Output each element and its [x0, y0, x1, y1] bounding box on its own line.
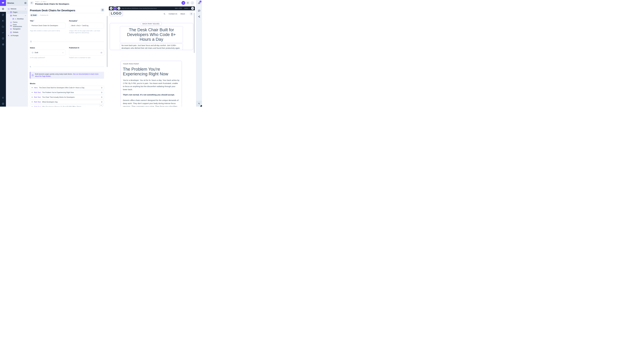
rabbit-logo-icon [1, 1, 5, 5]
drag-handle-icon[interactable] [31, 87, 33, 88]
breadcrumb-version[interactable]: Main [43, 1, 46, 2]
block-row-richtext-2[interactable]: Rich Text: The Chair That Actually Works… [30, 95, 104, 99]
user-avatar-button[interactable] [0, 101, 6, 107]
status-select-value: Draft [35, 52, 38, 53]
title-input[interactable]: Premium Desk Chairs for Developers [30, 23, 66, 28]
permalink-input[interactable]: /desk-chair-landing [69, 23, 104, 28]
check-icon [192, 2, 194, 4]
sidebar-item-website[interactable]: Website [7, 7, 27, 10]
sidebar-item-label: Globals [13, 31, 18, 33]
save-button[interactable] [190, 1, 194, 5]
kanban-icon [12, 18, 14, 20]
delete-block-icon[interactable] [101, 101, 103, 103]
site-logo[interactable]: LOGO [110, 11, 123, 16]
comment-bubble-icon [198, 9, 200, 12]
edit-mode-button[interactable] [114, 7, 116, 10]
back-button[interactable] [30, 1, 34, 5]
site-link-about[interactable]: About ⌄ [180, 13, 186, 15]
drag-handle-icon[interactable] [31, 92, 33, 93]
header-actions [182, 1, 194, 5]
sidebar-item-workflow[interactable]: 1. Workflow [7, 17, 27, 20]
sidebar-item-form-submissions[interactable]: Form Submissions [7, 24, 27, 27]
module-users[interactable] [0, 18, 6, 24]
trash-icon [187, 2, 189, 4]
status-chip[interactable]: Draft [30, 14, 38, 16]
block-row-richtext-1[interactable]: Rich Text: The Problem You're Experienci… [30, 90, 104, 94]
sidebar-item-navigation[interactable]: Navigation [7, 27, 27, 31]
sparkles-icon [8, 35, 10, 37]
published-meta-label: Published At: [40, 14, 48, 16]
help-button[interactable] [100, 8, 104, 12]
notifications-tab[interactable]: 1 [196, 0, 202, 6]
sidebar-item-label: Pages [13, 11, 18, 13]
sidebar-item-forms[interactable]: Forms [7, 20, 27, 24]
scroll-down-indicator[interactable] [100, 104, 103, 107]
divider-line [33, 41, 104, 42]
refresh-preview-button[interactable] [118, 7, 120, 10]
delete-item-button[interactable] [186, 1, 190, 5]
form-scrollbar[interactable] [107, 16, 108, 67]
sidebar-item-label: Posts [13, 15, 17, 16]
live-preview-button[interactable] [182, 1, 185, 5]
block-title: Why Developers Choose Us Over $2,000 Off… [42, 106, 82, 107]
block-row-richtext-3[interactable]: Rich Text: What Developers Say [30, 100, 104, 104]
published-at-input[interactable] [69, 50, 104, 55]
ai-sparkles-icon [198, 103, 200, 105]
notifications-bell-button[interactable] [0, 95, 6, 101]
eye-icon [182, 2, 184, 4]
insights-icon [2, 31, 4, 34]
sidebar-item-ai-prompts[interactable]: AI Prompts [7, 34, 27, 37]
status-select[interactable]: Draft [30, 50, 66, 55]
sidebar-item-label: Forms [13, 21, 18, 23]
hero-text-outline[interactable]: No more back pain. Just laser focus and … [120, 43, 183, 50]
letter-a-icon [10, 21, 12, 23]
site-link-contact[interactable]: Contact Us [168, 13, 177, 15]
sidebar-item-pages[interactable]: Pages [7, 10, 27, 14]
version-caret-icon[interactable]: ▾ [46, 1, 47, 2]
page-header: Pages • Main ▾ Premium Desk Chairs for D… [28, 0, 196, 6]
block-row-hero[interactable]: Hero: The Desk Chair Built for Developer… [30, 86, 104, 90]
delete-block-icon[interactable] [101, 92, 103, 93]
avatar-icon [2, 103, 4, 105]
hero-title-outline[interactable]: The Desk Chair Built for Developers Who … [120, 26, 183, 43]
module-content[interactable] [0, 6, 6, 12]
richtext-block-outline[interactable]: YOUR PAIN POINT The Problem You're Exper… [120, 61, 182, 107]
comments-tab[interactable] [196, 8, 202, 14]
sidebar-item-posts[interactable]: Posts [7, 14, 27, 17]
drag-handle-icon[interactable] [31, 101, 33, 103]
theme-toggle-button[interactable] [190, 12, 193, 16]
hero-badge[interactable]: BACK PAIN? SOLVED. [141, 22, 162, 26]
chevron-down-icon[interactable] [25, 15, 26, 16]
module-insights[interactable] [0, 29, 6, 35]
delete-block-icon[interactable] [101, 87, 103, 89]
chevron-down-icon[interactable] [25, 8, 26, 10]
responsive-devices-button[interactable] [191, 7, 194, 10]
sidebar-item-globals[interactable]: Globals [7, 31, 27, 34]
module-settings[interactable] [0, 41, 6, 47]
section-bold-line: That's not normal. It's not something yo… [123, 93, 180, 96]
shares-tab[interactable] [196, 14, 202, 19]
directus-logo[interactable] [0, 0, 6, 6]
module-editor[interactable] [0, 12, 6, 18]
drag-handle-icon[interactable] [31, 106, 33, 107]
status-meta-row: Draft • Published At: -- [30, 14, 50, 16]
preview-scrollbar[interactable] [194, 13, 194, 53]
preview-zoom-select[interactable]: 100% [184, 7, 190, 9]
preview-dimensions: 894 × 978 [175, 7, 182, 9]
delete-block-icon[interactable] [101, 96, 103, 98]
calendar-icon [100, 52, 102, 54]
permalink-field-note: Unique URL for this page (start with /, … [69, 30, 104, 34]
breadcrumb-collection[interactable]: Pages [35, 1, 39, 2]
module-help[interactable] [0, 35, 6, 41]
inbox-icon [10, 25, 12, 27]
drag-handle-icon[interactable] [31, 96, 33, 98]
preview-url[interactable]: http://localhost:3000/desk-chair-landing… [122, 7, 157, 9]
search-icon [164, 13, 166, 15]
pilcrow-icon: ¶ [30, 66, 31, 68]
open-preview-window-button[interactable] [110, 7, 112, 10]
sidebar-item-label: AI Prompts [10, 35, 18, 36]
block-row-richtext-4[interactable]: Rich Text: Why Developers Choose Us Over… [30, 105, 104, 107]
collapse-sidebar-button[interactable] [24, 2, 26, 4]
module-files[interactable] [0, 24, 6, 29]
site-search-button[interactable] [164, 13, 166, 15]
